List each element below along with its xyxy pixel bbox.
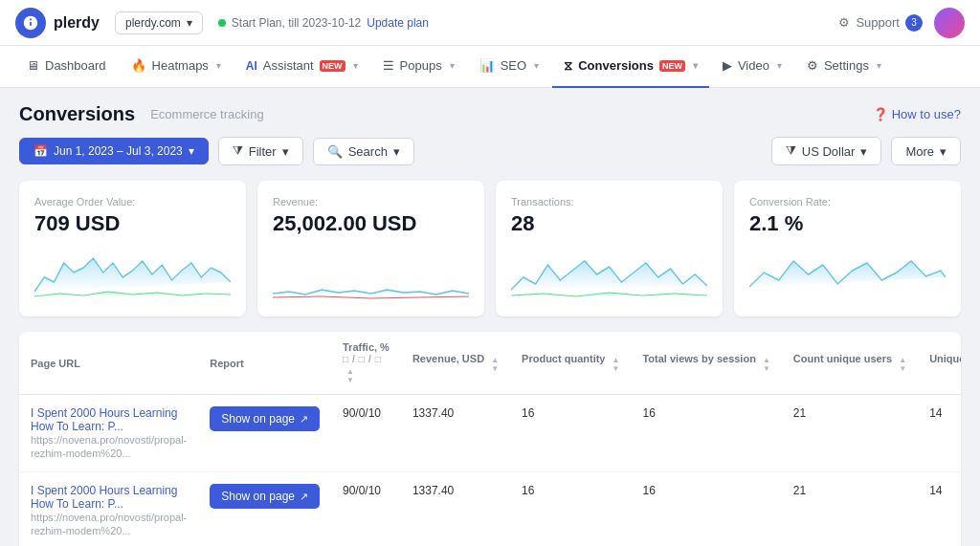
currency-button[interactable]: ⧩ US Dollar ▾: [771, 137, 882, 165]
popup-icon: ☰: [383, 58, 394, 73]
filter-button[interactable]: ⧩ Filter ▾: [218, 137, 303, 165]
sidebar-item-settings[interactable]: ⚙ Settings ▾: [795, 46, 893, 88]
plan-info: Start Plan, till 2023-10-12 Update plan: [218, 16, 429, 30]
chevron-down-icon: ▾: [777, 60, 782, 71]
chart-revenue: [273, 244, 469, 301]
page-url-sub-0: https://novena.pro/novosti/propal-rezhim…: [31, 434, 187, 459]
cell-report-0: Show on page ↗: [198, 395, 331, 472]
cell-total-views-1: 16: [631, 472, 781, 547]
cell-unique-views-1: 14: [918, 472, 961, 547]
gear-icon: ⚙: [807, 58, 818, 73]
support-badge: 3: [905, 14, 923, 32]
cell-page-url-1: I Spent 2000 Hours Learning How To Learn…: [19, 472, 198, 547]
external-link-icon: ↗: [300, 413, 308, 426]
page-subtitle: Ecommerce tracking: [150, 107, 263, 121]
search-button[interactable]: 🔍 Search ▾: [313, 138, 414, 165]
domain-selector[interactable]: plerdy.com ▾: [115, 11, 203, 34]
page-title-link-1[interactable]: I Spent 2000 Hours Learning How To Learn…: [31, 484, 187, 511]
avatar[interactable]: [934, 8, 965, 38]
metric-label-revenue: Revenue:: [273, 196, 469, 207]
col-icon-page[interactable]: □: [343, 354, 348, 364]
sidebar-item-assistant[interactable]: AI Assistant NEW ▾: [234, 46, 369, 88]
metric-label-conv-rate: Conversion Rate:: [749, 196, 946, 207]
page-title: Conversions: [19, 103, 135, 125]
show-on-page-label-0: Show on page: [221, 412, 295, 426]
how-to-use-link[interactable]: ❓ How to use?: [873, 107, 961, 121]
sidebar-item-dashboard[interactable]: 🖥 Dashboard: [15, 46, 118, 88]
currency-label: US Dollar: [802, 144, 856, 159]
support-button[interactable]: ⚙ Support 3: [838, 14, 923, 32]
filter-icon: ⧩: [786, 143, 796, 159]
show-on-page-button-1[interactable]: Show on page ↗: [210, 484, 320, 509]
sidebar-item-seo[interactable]: 📊 SEO ▾: [468, 46, 550, 88]
brand-name: plerdy: [54, 14, 100, 32]
chevron-down-icon: ▾: [189, 144, 194, 158]
page-title-area: Conversions Ecommerce tracking: [19, 103, 264, 125]
data-table-container: Page URL Report Traffic, % □ / □ / □: [19, 332, 961, 546]
page-title-link-0[interactable]: I Spent 2000 Hours Learning How To Learn…: [31, 406, 187, 433]
metric-cards: Average Order Value: 709 USD: [19, 181, 961, 317]
col-header-page-url: Page URL: [19, 332, 198, 395]
chevron-down-icon: ▾: [450, 60, 455, 71]
chevron-down-icon: ▾: [187, 16, 192, 30]
cell-traffic-1: 90/0/10: [331, 472, 401, 547]
table-row: I Spent 2000 Hours Learning How To Learn…: [19, 472, 961, 547]
sidebar-item-conversions[interactable]: ⧖ Conversions NEW ▾: [552, 46, 709, 88]
chart-conv-rate: [749, 244, 946, 301]
how-to-use-label: How to use?: [892, 107, 961, 121]
cell-page-url-0: I Spent 2000 Hours Learning How To Learn…: [19, 395, 198, 472]
nav-label-popups: Popups: [400, 58, 442, 73]
update-plan-link[interactable]: Update plan: [367, 16, 429, 30]
filters-bar: 📅 Jun 1, 2023 – Jul 3, 2023 ▾ ⧩ Filter ▾…: [19, 137, 961, 165]
chevron-down-icon: ▾: [393, 144, 400, 159]
new-badge: NEW: [659, 60, 685, 72]
more-button[interactable]: More ▾: [891, 137, 961, 165]
logo-area: plerdy: [15, 8, 100, 38]
chart-avg-order: [34, 244, 231, 301]
chevron-down-icon: ▾: [877, 60, 881, 71]
chevron-down-icon: ▾: [216, 60, 221, 71]
col-header-unique-views: Unique views by session ▲▼: [918, 332, 961, 395]
col-icon-chat[interactable]: □: [375, 354, 381, 364]
table-row: I Spent 2000 Hours Learning How To Learn…: [19, 395, 961, 472]
nav-bar: 🖥 Dashboard 🔥 Heatmaps ▾ AI Assistant NE…: [0, 46, 980, 88]
search-icon: 🔍: [327, 144, 343, 159]
show-on-page-button-0[interactable]: Show on page ↗: [210, 406, 320, 431]
cell-total-views-0: 16: [631, 395, 781, 472]
table-body: I Spent 2000 Hours Learning How To Learn…: [19, 395, 961, 547]
metric-card-transactions: Transactions: 28: [496, 181, 723, 317]
cell-traffic-0: 90/0/10: [331, 395, 401, 472]
conversions-table: Page URL Report Traffic, % □ / □ / □: [19, 332, 961, 546]
new-badge: NEW: [320, 60, 345, 72]
top-bar: plerdy plerdy.com ▾ Start Plan, till 202…: [0, 0, 980, 46]
nav-label-seo: SEO: [501, 58, 526, 73]
sidebar-item-heatmaps[interactable]: 🔥 Heatmaps ▾: [120, 46, 233, 88]
filter-icon: ⧩: [233, 143, 243, 159]
col-icon-session[interactable]: □: [359, 354, 365, 364]
page-content: Conversions Ecommerce tracking ❓ How to …: [0, 88, 980, 546]
plan-status-dot: [218, 19, 226, 27]
cell-report-1: Show on page ↗: [198, 472, 331, 547]
metric-card-conversion-rate: Conversion Rate: 2.1 %: [734, 181, 961, 317]
flame-icon: 🔥: [131, 58, 146, 73]
nav-label-dashboard: Dashboard: [45, 58, 106, 73]
monitor-icon: 🖥: [27, 58, 39, 73]
sort-total-views[interactable]: ▲▼: [763, 357, 770, 373]
sidebar-item-popups[interactable]: ☰ Popups ▾: [371, 46, 466, 88]
ai-icon: AI: [246, 59, 257, 73]
page-url-sub-1: https://novena.pro/novosti/propal-rezhim…: [31, 512, 187, 536]
col-header-revenue: Revenue, USD ▲▼: [401, 332, 510, 395]
sort-count-unique[interactable]: ▲▼: [899, 357, 906, 373]
metric-value-conv-rate: 2.1 %: [749, 211, 946, 236]
nav-label-video: Video: [738, 58, 769, 73]
plan-text: Start Plan, till 2023-10-12: [232, 16, 361, 30]
cell-product-qty-0: 16: [510, 395, 631, 472]
metric-label-transactions: Transactions:: [511, 196, 707, 207]
sort-traffic[interactable]: ▲▼: [346, 368, 354, 384]
sort-revenue[interactable]: ▲▼: [491, 357, 499, 373]
date-range-button[interactable]: 📅 Jun 1, 2023 – Jul 3, 2023 ▾: [19, 138, 209, 164]
date-range-label: Jun 1, 2023 – Jul 3, 2023: [54, 144, 183, 158]
sidebar-item-video[interactable]: ▶ Video ▾: [711, 46, 793, 88]
sort-product-qty[interactable]: ▲▼: [612, 357, 620, 373]
nav-label-heatmaps: Heatmaps: [152, 58, 209, 73]
